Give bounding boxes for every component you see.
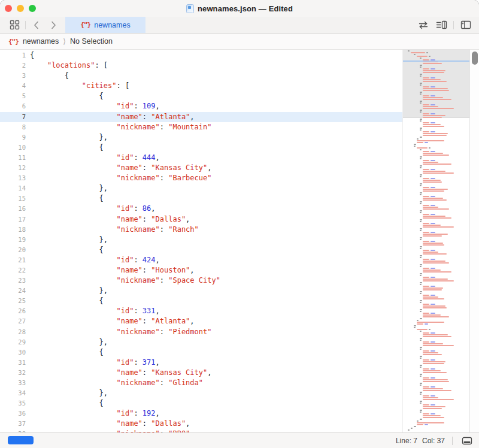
code-line[interactable]: 2 "locations": [ <box>0 60 402 71</box>
line-number: 34 <box>0 388 26 398</box>
code-line[interactable]: 1{ <box>0 50 402 60</box>
line-number: 4 <box>0 81 26 91</box>
code-line[interactable]: 24 }, <box>0 286 402 296</box>
code-line[interactable]: 9 }, <box>0 132 402 143</box>
minimize-button[interactable] <box>17 5 24 12</box>
bottom-bar-toggle-icon <box>462 437 472 445</box>
code-line[interactable]: 23 "nickname": "Space City" <box>0 276 402 286</box>
vertical-scrollbar[interactable] <box>469 50 479 432</box>
tab-bar: {"} newnames <box>0 17 479 34</box>
code-line[interactable]: 21 "id": 424, <box>0 255 402 265</box>
code-line[interactable]: 13 "nickname": "Barbecue" <box>0 173 402 183</box>
code-line[interactable]: 8 "nickname": "Mountain" <box>0 122 402 132</box>
close-button[interactable] <box>5 5 12 12</box>
jump-bar: {"} newnames ⟩ No Selection <box>0 34 479 50</box>
line-number: 25 <box>0 296 26 306</box>
line-number: 32 <box>0 368 26 378</box>
code-line[interactable]: 6 "id": 109, <box>0 101 402 111</box>
horizontal-scrollbar-thumb[interactable] <box>8 436 34 444</box>
line-number: 31 <box>0 358 26 368</box>
code-line[interactable]: 35 { <box>0 398 402 408</box>
code-line[interactable]: 12 "name": "Kansas City", <box>0 163 402 173</box>
code-text: "name": "Houston", <box>26 265 195 276</box>
line-number: 22 <box>0 265 26 276</box>
code-line[interactable]: 11 "id": 444, <box>0 153 402 163</box>
code-line[interactable]: 17 "name": "Dallas", <box>0 214 402 225</box>
code-line[interactable]: 4 "cities": [ <box>0 81 402 91</box>
back-button[interactable] <box>29 19 44 32</box>
code-line[interactable]: 15 { <box>0 193 402 204</box>
minimap[interactable] <box>402 50 469 432</box>
code-text: "id": 331, <box>26 306 160 316</box>
vertical-scrollbar-thumb[interactable] <box>472 52 478 65</box>
line-indicator: Line: 7 <box>396 437 417 445</box>
adjust-editor-options-icon <box>436 20 447 29</box>
code-line[interactable]: 29 }, <box>0 337 402 347</box>
code-text: { <box>26 143 104 153</box>
line-number: 29 <box>0 337 26 347</box>
minimap-current-line-indicator <box>403 60 469 62</box>
code-line[interactable]: 7 "name": "Atlanta", <box>0 112 402 122</box>
tab-overview-button[interactable] <box>7 19 22 32</box>
code-line[interactable]: 30 { <box>0 347 402 358</box>
code-line[interactable]: 22 "name": "Houston", <box>0 265 402 276</box>
column-indicator: Col: 37 <box>422 437 445 445</box>
forward-button[interactable] <box>46 19 60 32</box>
code-text: "id": 86, <box>26 204 156 214</box>
line-number: 24 <box>0 286 26 296</box>
line-number: 18 <box>0 225 26 235</box>
breadcrumb-separator: ⟩ <box>63 37 66 46</box>
divider <box>452 437 453 445</box>
add-editor-icon <box>460 20 471 29</box>
code-line[interactable]: 27 "name": "Atlanta", <box>0 316 402 326</box>
code-line[interactable]: 19 }, <box>0 235 402 245</box>
code-line[interactable]: 25 { <box>0 296 402 306</box>
code-line[interactable]: 37 "name": "Dallas", <box>0 419 402 429</box>
code-area[interactable]: 1{2 "locations": [3 {4 "cities": [5 {6 "… <box>0 50 402 432</box>
code-line[interactable]: 32 "name": "Kansas City", <box>0 368 402 378</box>
line-number: 14 <box>0 183 26 193</box>
code-line[interactable]: 31 "id": 371, <box>0 358 402 368</box>
code-line[interactable]: 16 "id": 86, <box>0 204 402 214</box>
line-number: 1 <box>0 50 26 60</box>
document-proxy-icon[interactable] <box>186 4 194 13</box>
breadcrumb-selection[interactable]: No Selection <box>70 37 113 46</box>
json-file-icon: {"} <box>80 21 90 29</box>
code-line[interactable]: 28 "nickname": "Piedmont" <box>0 327 402 337</box>
code-line[interactable]: 20 { <box>0 245 402 255</box>
code-line[interactable]: 26 "id": 331, <box>0 306 402 316</box>
tab-newnames[interactable]: {"} newnames <box>65 17 145 33</box>
code-line[interactable]: 3 { <box>0 71 402 81</box>
line-number: 19 <box>0 235 26 245</box>
code-line[interactable]: 5 { <box>0 91 402 101</box>
code-line[interactable]: 34 }, <box>0 388 402 398</box>
line-number: 37 <box>0 419 26 429</box>
code-line[interactable]: 14 }, <box>0 183 402 193</box>
line-number: 5 <box>0 91 26 101</box>
code-review-button[interactable] <box>416 19 431 32</box>
code-text: { <box>26 245 104 255</box>
adjust-editor-options-button[interactable] <box>434 19 448 32</box>
code-text: }, <box>26 235 108 245</box>
code-text: { <box>26 398 104 408</box>
minimap-code <box>403 50 469 431</box>
code-text: { <box>26 91 104 101</box>
json-file-icon: {"} <box>8 38 19 46</box>
add-editor-button[interactable] <box>459 19 473 32</box>
code-line[interactable]: 36 "id": 192, <box>0 408 402 419</box>
code-text: { <box>26 347 104 358</box>
line-number: 33 <box>0 378 26 388</box>
code-text: "cities": [ <box>26 81 129 91</box>
code-text: "id": 192, <box>26 408 160 419</box>
line-number: 10 <box>0 143 26 153</box>
code-text: "name": "Dallas", <box>26 419 190 429</box>
editor-area: 1{2 "locations": [3 {4 "cities": [5 {6 "… <box>0 50 479 432</box>
code-text: "id": 109, <box>26 101 160 111</box>
hide-bottom-bar-button[interactable] <box>460 435 474 447</box>
breadcrumb-file[interactable]: newnames <box>23 37 59 46</box>
code-text: { <box>26 296 104 306</box>
code-line[interactable]: 18 "nickname": "Ranch" <box>0 225 402 235</box>
code-line[interactable]: 33 "nickname": "Glinda" <box>0 378 402 388</box>
zoom-button[interactable] <box>29 5 36 12</box>
code-line[interactable]: 10 { <box>0 143 402 153</box>
